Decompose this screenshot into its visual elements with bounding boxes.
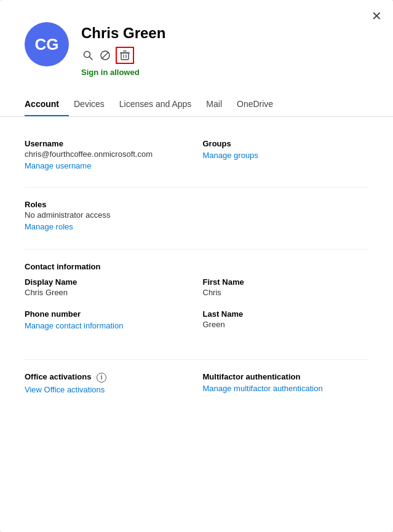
manage-mfa-link[interactable]: Manage multifactor authentication bbox=[203, 384, 323, 393]
username-value: chris@fourthcoffee.onmicrosoft.com bbox=[25, 149, 191, 159]
display-name-label: Display Name bbox=[25, 277, 191, 287]
last-name-value: Green bbox=[203, 320, 369, 329]
office-activations-group: Office activations i View Office activat… bbox=[25, 372, 191, 395]
view-office-activations-link[interactable]: View Office activations bbox=[25, 385, 105, 394]
roles-section: Roles No administrator access Manage rol… bbox=[25, 200, 368, 232]
mfa-label: Multifactor authentication bbox=[203, 372, 369, 381]
tab-devices[interactable]: Devices bbox=[74, 94, 114, 116]
tab-licenses-apps[interactable]: Licenses and Apps bbox=[119, 94, 202, 116]
office-activations-label: Office activations i bbox=[25, 372, 191, 383]
roles-label: Roles bbox=[25, 200, 368, 209]
display-name-value: Chris Green bbox=[25, 288, 191, 297]
header-info: Chris Green bbox=[81, 22, 165, 77]
delete-icon-button[interactable] bbox=[118, 49, 132, 62]
block-icon-button[interactable] bbox=[98, 49, 112, 62]
office-activations-title: Office activations bbox=[25, 372, 91, 381]
manage-groups-link[interactable]: Manage groups bbox=[203, 151, 258, 160]
groups-group: Groups Manage groups bbox=[203, 139, 369, 171]
block-icon bbox=[100, 50, 111, 61]
first-name-value: Chris bbox=[203, 288, 369, 297]
manage-contact-link[interactable]: Manage contact information bbox=[25, 321, 123, 330]
contact-row-2: Phone number Manage contact information … bbox=[25, 309, 368, 342]
roles-value: No administrator access bbox=[25, 210, 368, 220]
tab-mail[interactable]: Mail bbox=[206, 94, 232, 116]
avatar: CG bbox=[25, 22, 69, 66]
last-name-group: Last Name Green bbox=[203, 309, 369, 331]
username-label: Username bbox=[25, 139, 191, 148]
user-name: Chris Green bbox=[81, 25, 165, 42]
manage-username-link[interactable]: Manage username bbox=[25, 161, 91, 170]
svg-line-1 bbox=[90, 57, 93, 60]
first-name-label: First Name bbox=[203, 277, 369, 287]
tab-account[interactable]: Account bbox=[25, 94, 69, 116]
account-content: Username chris@fourthcoffee.onmicrosoft.… bbox=[0, 117, 393, 406]
divider-2 bbox=[25, 249, 368, 250]
info-icon: i bbox=[97, 373, 106, 383]
divider-3 bbox=[25, 359, 368, 360]
contact-title: Contact information bbox=[25, 262, 368, 271]
username-group: Username chris@fourthcoffee.onmicrosoft.… bbox=[25, 139, 191, 171]
dialog-header: CG Chris Green bbox=[0, 0, 393, 77]
tabs-bar: Account Devices Licenses and Apps Mail O… bbox=[0, 77, 393, 117]
last-name-label: Last Name bbox=[203, 309, 369, 319]
manage-roles-link[interactable]: Manage roles bbox=[25, 222, 73, 231]
groups-label: Groups bbox=[203, 139, 369, 148]
svg-line-3 bbox=[102, 52, 109, 59]
display-name-group: Display Name Chris Green bbox=[25, 277, 191, 298]
contact-row-1: Display Name Chris Green First Name Chri… bbox=[25, 277, 368, 309]
divider-1 bbox=[25, 187, 368, 188]
sign-in-status: Sign in allowed bbox=[81, 68, 165, 77]
contact-section: Contact information Display Name Chris G… bbox=[25, 262, 368, 342]
phone-label: Phone number bbox=[25, 309, 191, 319]
delete-icon bbox=[119, 50, 130, 61]
user-detail-dialog: ✕ CG Chris Green bbox=[0, 0, 393, 532]
close-button[interactable]: ✕ bbox=[371, 10, 382, 22]
tab-onedrive[interactable]: OneDrive bbox=[237, 94, 283, 116]
header-icons bbox=[81, 47, 165, 64]
office-mfa-row: Office activations i View Office activat… bbox=[25, 372, 368, 406]
delete-button-wrapper[interactable] bbox=[116, 47, 134, 64]
mfa-group: Multifactor authentication Manage multif… bbox=[203, 372, 369, 395]
search-icon bbox=[82, 50, 93, 61]
username-groups-row: Username chris@fourthcoffee.onmicrosoft.… bbox=[25, 139, 368, 182]
search-icon-button[interactable] bbox=[81, 49, 95, 62]
phone-group: Phone number Manage contact information bbox=[25, 309, 191, 331]
svg-rect-4 bbox=[121, 53, 129, 60]
first-name-group: First Name Chris bbox=[203, 277, 369, 298]
